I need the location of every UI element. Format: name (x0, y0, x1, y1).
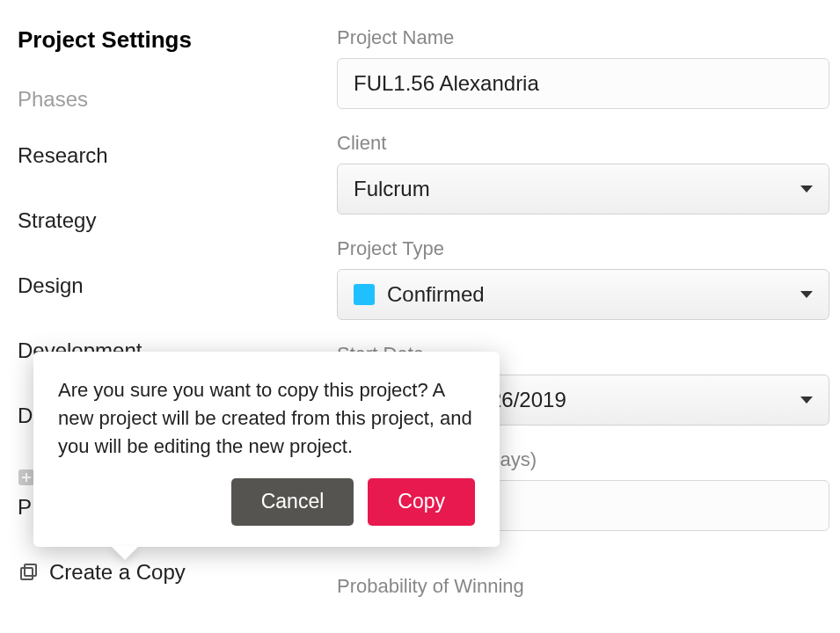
project-name-label: Project Name (337, 26, 840, 49)
svg-rect-1 (21, 568, 33, 579)
start-date-value: 26/2019 (490, 388, 566, 412)
chevron-down-icon (800, 397, 813, 404)
create-copy-action[interactable]: Create a Copy (18, 560, 303, 585)
duration-label-fragment: g days) (473, 448, 840, 471)
sidebar-item-design[interactable]: Design (18, 273, 303, 298)
phases-section-label: Phases (18, 87, 303, 112)
client-value: Fulcrum (354, 177, 430, 201)
copy-button[interactable]: Copy (368, 478, 475, 526)
client-label: Client (337, 132, 840, 155)
project-type-value: Confirmed (387, 282, 485, 307)
chevron-down-icon (800, 291, 813, 298)
popover-actions: Cancel Copy (58, 478, 475, 526)
status-color-chip (354, 284, 375, 305)
probability-label: Probability of Winning (337, 575, 840, 598)
page-title: Project Settings (18, 26, 303, 54)
popover-message: Are you sure you want to copy this proje… (58, 376, 475, 461)
client-select[interactable]: Fulcrum (337, 164, 829, 215)
project-type-select[interactable]: Confirmed (337, 269, 829, 320)
popover-tail (111, 546, 139, 560)
project-type-label: Project Type (337, 237, 840, 260)
project-name-input[interactable]: FUL1.56 Alexandria (337, 58, 829, 109)
add-icon[interactable] (18, 469, 35, 486)
project-name-value: FUL1.56 Alexandria (354, 71, 539, 96)
confirm-copy-popover: Are you sure you want to copy this proje… (33, 352, 500, 547)
sidebar-item-strategy[interactable]: Strategy (18, 208, 303, 233)
svg-rect-2 (25, 564, 36, 576)
sidebar-item-research[interactable]: Research (18, 143, 303, 168)
copy-icon (18, 562, 39, 583)
create-copy-label: Create a Copy (49, 560, 186, 585)
cancel-button[interactable]: Cancel (231, 478, 354, 526)
chevron-down-icon (800, 186, 813, 193)
duration-input[interactable] (473, 480, 829, 531)
